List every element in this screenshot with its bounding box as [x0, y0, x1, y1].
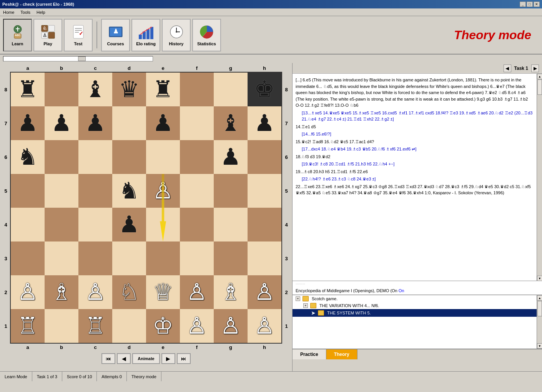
square-d5[interactable]: ♞: [112, 174, 146, 208]
square-f2[interactable]: ♙: [180, 275, 214, 309]
menu-home[interactable]: Home: [2, 10, 16, 15]
tree-toggle[interactable]: +: [303, 303, 308, 308]
nav-animate-button[interactable]: Animate: [132, 353, 160, 364]
encyclopedia-link[interactable]: On: [399, 288, 404, 293]
square-e3[interactable]: [146, 241, 180, 275]
square-a8[interactable]: ♜: [11, 73, 45, 106]
square-h1[interactable]: ♙: [248, 309, 281, 343]
square-a2[interactable]: ♙: [11, 275, 45, 309]
square-h8[interactable]: ♚: [248, 73, 281, 106]
square-g3[interactable]: [214, 241, 248, 275]
square-e4[interactable]: [146, 208, 180, 241]
task-prev-button[interactable]: ◀: [504, 65, 511, 72]
square-e1[interactable]: ♔: [146, 309, 180, 343]
square-h2[interactable]: ♙: [248, 275, 281, 309]
square-a7[interactable]: ♟: [11, 106, 45, 140]
nav-first-button[interactable]: ⏮: [101, 353, 115, 364]
menu-tools[interactable]: Tools: [19, 10, 32, 15]
toolbar-elo-button[interactable]: Elo rating: [131, 19, 160, 51]
square-e7[interactable]: ♟: [146, 106, 180, 140]
nav-last-button[interactable]: ⏭: [177, 353, 191, 364]
square-b3[interactable]: [45, 241, 78, 275]
square-e5[interactable]: ♙: [146, 174, 180, 208]
toolbar-test-button[interactable]: ✓ Test: [64, 19, 93, 51]
task-next-button[interactable]: ▶: [531, 65, 539, 72]
maximize-button[interactable]: □: [527, 2, 533, 7]
square-d4[interactable]: ♟: [112, 208, 146, 241]
nav-prev-button[interactable]: ◀: [117, 353, 131, 364]
square-g6[interactable]: ♟: [214, 140, 248, 174]
square-f7[interactable]: [180, 106, 214, 140]
chess-board[interactable]: ♜♝♛♜♚♟♟♟♟♝♟♞♟♞♙♟♙♗♙♘♕♙♗♙♖♖♔♙♙♙: [10, 72, 282, 344]
square-g2[interactable]: ♗: [214, 275, 248, 309]
toolbar-statistics-button[interactable]: Statistics: [192, 19, 221, 51]
square-c5[interactable]: [78, 174, 112, 208]
square-e6[interactable]: [146, 140, 180, 174]
square-a4[interactable]: [11, 208, 45, 241]
square-b5[interactable]: [45, 174, 78, 208]
square-c4[interactable]: [78, 208, 112, 241]
toolbar-history-button[interactable]: History: [162, 19, 191, 51]
tree-toggle[interactable]: +: [296, 296, 300, 301]
toolbar-courses-button[interactable]: ♟ Courses: [101, 19, 130, 51]
tree-scroll-thumb[interactable]: [537, 301, 542, 316]
square-g7[interactable]: ♝: [214, 106, 248, 140]
square-b6[interactable]: [45, 140, 78, 174]
square-b2[interactable]: ♗: [45, 275, 78, 309]
theory-scrollbar[interactable]: ▲ ▼: [537, 74, 542, 281]
square-b7[interactable]: ♟: [45, 106, 78, 140]
square-h4[interactable]: [248, 208, 281, 241]
square-d7[interactable]: [112, 106, 146, 140]
toolbar-learn-button[interactable]: ABC Learn: [3, 19, 32, 51]
square-d2[interactable]: ♘: [112, 275, 146, 309]
square-a1[interactable]: ♖: [11, 309, 45, 343]
square-e8[interactable]: ♜: [146, 73, 180, 106]
square-h6[interactable]: [248, 140, 281, 174]
square-f6[interactable]: [180, 140, 214, 174]
square-b1[interactable]: [45, 309, 78, 343]
square-e2[interactable]: ♕: [146, 275, 180, 309]
menu-help[interactable]: Help: [35, 10, 47, 15]
square-a3[interactable]: [11, 241, 45, 275]
tab-theory[interactable]: Theory: [326, 349, 357, 359]
nav-next-button[interactable]: ▶: [161, 353, 175, 364]
square-d6[interactable]: [112, 140, 146, 174]
square-f1[interactable]: ♙: [180, 309, 214, 343]
square-c1[interactable]: ♖: [78, 309, 112, 343]
scroll-up-button[interactable]: ▲: [537, 74, 542, 79]
tree-scroll-down[interactable]: ▼: [537, 343, 542, 349]
toolbar-play-button[interactable]: ♘ ♙ Play: [33, 19, 62, 51]
tree-scroll-up[interactable]: ▲: [537, 295, 542, 301]
square-f8[interactable]: [180, 73, 214, 106]
tab-practice[interactable]: Practice: [293, 349, 326, 359]
square-f4[interactable]: [180, 208, 214, 241]
square-g1[interactable]: ♙: [214, 309, 248, 343]
tree-item-2[interactable]: ➤THE SYSTEM WITH 5.: [293, 309, 537, 317]
square-f3[interactable]: [180, 241, 214, 275]
square-c7[interactable]: ♟: [78, 106, 112, 140]
square-a5[interactable]: [11, 174, 45, 208]
square-c6[interactable]: [78, 140, 112, 174]
square-h7[interactable]: ♟: [248, 106, 281, 140]
square-h3[interactable]: [248, 241, 281, 275]
tree-item-1[interactable]: +THE VARIATION WITH 4... Nf6.: [293, 302, 537, 309]
square-d1[interactable]: [112, 309, 146, 343]
square-a6[interactable]: ♞: [11, 140, 45, 174]
close-button[interactable]: ✕: [534, 2, 540, 7]
square-g8[interactable]: [214, 73, 248, 106]
square-d3[interactable]: [112, 241, 146, 275]
square-g5[interactable]: [214, 174, 248, 208]
square-c8[interactable]: ♝: [78, 73, 112, 106]
square-b4[interactable]: [45, 208, 78, 241]
square-h5[interactable]: [248, 174, 281, 208]
square-f5[interactable]: [180, 174, 214, 208]
square-b8[interactable]: [45, 73, 78, 106]
scroll-down-button[interactable]: ▼: [537, 276, 542, 281]
square-c3[interactable]: [78, 241, 112, 275]
square-c2[interactable]: ♙: [78, 275, 112, 309]
minimize-button[interactable]: _: [520, 2, 526, 7]
tree-scrollbar[interactable]: ▲ ▼: [537, 295, 542, 349]
square-g4[interactable]: [214, 208, 248, 241]
tree-item-0[interactable]: +Scotch game.: [293, 295, 537, 302]
square-d8[interactable]: ♛: [112, 73, 146, 106]
